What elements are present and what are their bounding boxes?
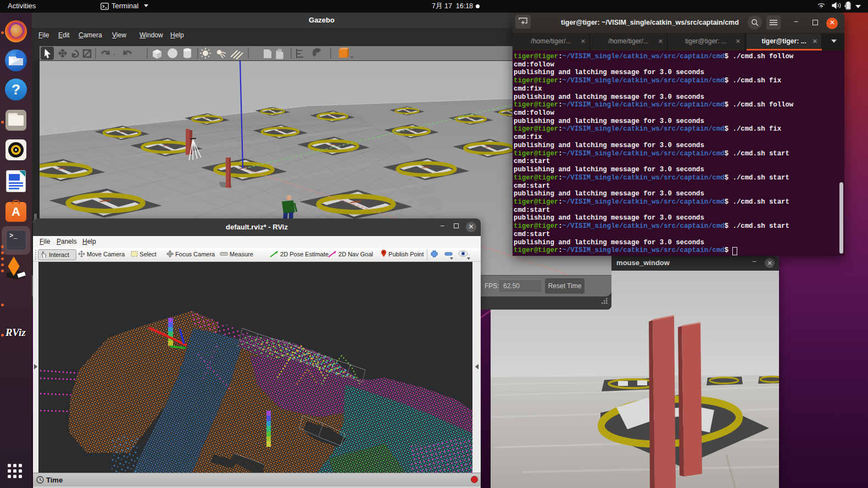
svg-text:?: ? [820,4,823,9]
